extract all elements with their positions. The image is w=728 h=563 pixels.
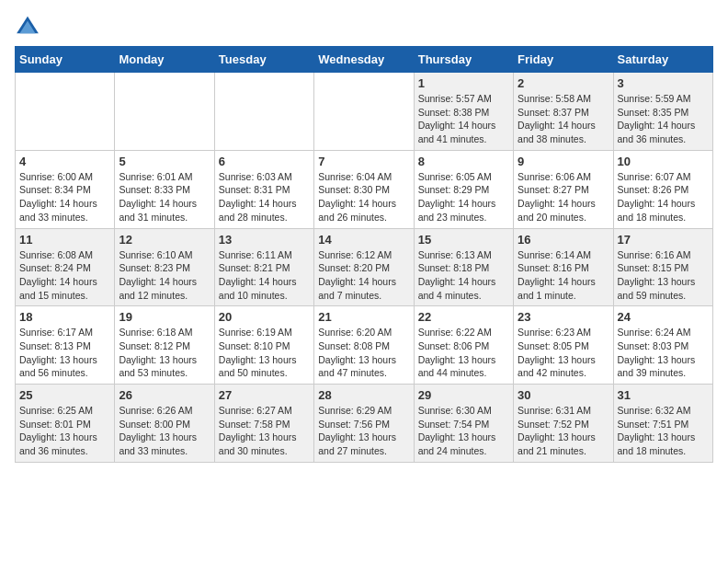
calendar-cell: 21Sunrise: 6:20 AM Sunset: 8:08 PM Dayli… bbox=[314, 306, 414, 385]
calendar-cell bbox=[16, 73, 115, 151]
day-info: Sunrise: 5:59 AM Sunset: 8:35 PM Dayligh… bbox=[618, 92, 709, 146]
day-info: Sunrise: 6:20 AM Sunset: 8:08 PM Dayligh… bbox=[318, 326, 409, 380]
day-number: 14 bbox=[318, 233, 409, 247]
day-info: Sunrise: 6:32 AM Sunset: 7:51 PM Dayligh… bbox=[618, 404, 709, 458]
day-info: Sunrise: 6:26 AM Sunset: 8:00 PM Dayligh… bbox=[119, 404, 210, 458]
day-number: 1 bbox=[418, 76, 509, 90]
day-number: 10 bbox=[618, 155, 709, 168]
day-number: 25 bbox=[19, 388, 110, 402]
calendar-cell: 27Sunrise: 6:27 AM Sunset: 7:58 PM Dayli… bbox=[214, 385, 313, 463]
weekday-header-tuesday: Tuesday bbox=[214, 47, 313, 73]
calendar-cell: 6Sunrise: 6:03 AM Sunset: 8:31 PM Daylig… bbox=[214, 150, 313, 228]
day-info: Sunrise: 6:30 AM Sunset: 7:54 PM Dayligh… bbox=[418, 404, 509, 458]
calendar-cell: 19Sunrise: 6:18 AM Sunset: 8:12 PM Dayli… bbox=[115, 306, 214, 385]
calendar-cell: 14Sunrise: 6:12 AM Sunset: 8:20 PM Dayli… bbox=[314, 228, 414, 306]
day-info: Sunrise: 6:05 AM Sunset: 8:29 PM Dayligh… bbox=[418, 170, 509, 224]
day-number: 20 bbox=[219, 310, 310, 324]
calendar-week-row: 1Sunrise: 5:57 AM Sunset: 8:38 PM Daylig… bbox=[16, 73, 713, 151]
day-number: 4 bbox=[19, 155, 110, 168]
day-info: Sunrise: 6:31 AM Sunset: 7:52 PM Dayligh… bbox=[518, 404, 609, 458]
weekday-header-saturday: Saturday bbox=[613, 47, 712, 73]
day-info: Sunrise: 5:57 AM Sunset: 8:38 PM Dayligh… bbox=[418, 92, 509, 146]
day-info: Sunrise: 6:18 AM Sunset: 8:12 PM Dayligh… bbox=[119, 326, 210, 380]
calendar-week-row: 18Sunrise: 6:17 AM Sunset: 8:13 PM Dayli… bbox=[16, 306, 713, 385]
calendar-cell: 7Sunrise: 6:04 AM Sunset: 8:30 PM Daylig… bbox=[314, 150, 414, 228]
day-info: Sunrise: 6:04 AM Sunset: 8:30 PM Dayligh… bbox=[318, 170, 409, 224]
day-info: Sunrise: 6:17 AM Sunset: 8:13 PM Dayligh… bbox=[19, 326, 110, 380]
calendar-cell: 13Sunrise: 6:11 AM Sunset: 8:21 PM Dayli… bbox=[214, 228, 313, 306]
day-number: 26 bbox=[119, 388, 210, 402]
day-info: Sunrise: 6:19 AM Sunset: 8:10 PM Dayligh… bbox=[219, 326, 310, 380]
calendar-cell: 16Sunrise: 6:14 AM Sunset: 8:16 PM Dayli… bbox=[514, 228, 613, 306]
calendar-cell: 5Sunrise: 6:01 AM Sunset: 8:33 PM Daylig… bbox=[115, 150, 214, 228]
calendar-cell: 18Sunrise: 6:17 AM Sunset: 8:13 PM Dayli… bbox=[16, 306, 115, 385]
calendar-week-row: 4Sunrise: 6:00 AM Sunset: 8:34 PM Daylig… bbox=[16, 150, 713, 228]
day-number: 24 bbox=[618, 310, 709, 324]
calendar-cell: 31Sunrise: 6:32 AM Sunset: 7:51 PM Dayli… bbox=[613, 385, 712, 463]
calendar-cell bbox=[214, 73, 313, 151]
day-info: Sunrise: 6:12 AM Sunset: 8:20 PM Dayligh… bbox=[318, 248, 409, 303]
calendar-week-row: 25Sunrise: 6:25 AM Sunset: 8:01 PM Dayli… bbox=[16, 385, 713, 463]
day-info: Sunrise: 6:16 AM Sunset: 8:15 PM Dayligh… bbox=[618, 248, 709, 303]
day-number: 18 bbox=[19, 310, 110, 324]
day-info: Sunrise: 6:25 AM Sunset: 8:01 PM Dayligh… bbox=[19, 404, 110, 458]
calendar-cell: 12Sunrise: 6:10 AM Sunset: 8:23 PM Dayli… bbox=[115, 228, 214, 306]
day-number: 16 bbox=[518, 233, 609, 247]
page-header bbox=[15, 15, 713, 35]
calendar-cell: 24Sunrise: 6:24 AM Sunset: 8:03 PM Dayli… bbox=[613, 306, 712, 385]
day-number: 28 bbox=[318, 388, 409, 402]
day-info: Sunrise: 6:01 AM Sunset: 8:33 PM Dayligh… bbox=[119, 170, 210, 224]
day-info: Sunrise: 6:27 AM Sunset: 7:58 PM Dayligh… bbox=[219, 404, 310, 458]
day-number: 23 bbox=[518, 310, 609, 324]
calendar-cell: 25Sunrise: 6:25 AM Sunset: 8:01 PM Dayli… bbox=[16, 385, 115, 463]
day-info: Sunrise: 6:10 AM Sunset: 8:23 PM Dayligh… bbox=[119, 248, 210, 303]
calendar-week-row: 11Sunrise: 6:08 AM Sunset: 8:24 PM Dayli… bbox=[16, 228, 713, 306]
day-number: 27 bbox=[219, 388, 310, 402]
day-info: Sunrise: 6:03 AM Sunset: 8:31 PM Dayligh… bbox=[219, 170, 310, 224]
day-number: 30 bbox=[518, 388, 609, 402]
day-number: 9 bbox=[518, 155, 609, 168]
day-number: 3 bbox=[618, 76, 709, 90]
day-number: 11 bbox=[19, 233, 110, 247]
weekday-header-thursday: Thursday bbox=[414, 47, 513, 73]
day-info: Sunrise: 6:11 AM Sunset: 8:21 PM Dayligh… bbox=[219, 248, 310, 303]
day-number: 7 bbox=[318, 155, 409, 168]
day-info: Sunrise: 6:06 AM Sunset: 8:27 PM Dayligh… bbox=[518, 170, 609, 224]
calendar-cell: 23Sunrise: 6:23 AM Sunset: 8:05 PM Dayli… bbox=[514, 306, 613, 385]
day-info: Sunrise: 6:08 AM Sunset: 8:24 PM Dayligh… bbox=[19, 248, 110, 303]
calendar-cell: 26Sunrise: 6:26 AM Sunset: 8:00 PM Dayli… bbox=[115, 385, 214, 463]
calendar-cell: 17Sunrise: 6:16 AM Sunset: 8:15 PM Dayli… bbox=[613, 228, 712, 306]
calendar-cell bbox=[115, 73, 214, 151]
day-info: Sunrise: 6:24 AM Sunset: 8:03 PM Dayligh… bbox=[618, 326, 709, 380]
calendar-cell bbox=[314, 73, 414, 151]
weekday-header-friday: Friday bbox=[514, 47, 613, 73]
calendar-table: SundayMondayTuesdayWednesdayThursdayFrid… bbox=[15, 46, 713, 463]
day-info: Sunrise: 6:07 AM Sunset: 8:26 PM Dayligh… bbox=[618, 170, 709, 224]
calendar-cell: 30Sunrise: 6:31 AM Sunset: 7:52 PM Dayli… bbox=[514, 385, 613, 463]
day-info: Sunrise: 5:58 AM Sunset: 8:37 PM Dayligh… bbox=[518, 92, 609, 146]
weekday-header-monday: Monday bbox=[115, 47, 214, 73]
calendar-cell: 9Sunrise: 6:06 AM Sunset: 8:27 PM Daylig… bbox=[514, 150, 613, 228]
calendar-cell: 22Sunrise: 6:22 AM Sunset: 8:06 PM Dayli… bbox=[414, 306, 513, 385]
calendar-cell: 29Sunrise: 6:30 AM Sunset: 7:54 PM Dayli… bbox=[414, 385, 513, 463]
calendar-cell: 1Sunrise: 5:57 AM Sunset: 8:38 PM Daylig… bbox=[414, 73, 513, 151]
day-number: 15 bbox=[418, 233, 509, 247]
day-info: Sunrise: 6:22 AM Sunset: 8:06 PM Dayligh… bbox=[418, 326, 509, 380]
day-info: Sunrise: 6:29 AM Sunset: 7:56 PM Dayligh… bbox=[318, 404, 409, 458]
weekday-header-row: SundayMondayTuesdayWednesdayThursdayFrid… bbox=[16, 47, 713, 73]
day-number: 13 bbox=[219, 233, 310, 247]
day-number: 6 bbox=[219, 155, 310, 168]
calendar-cell: 8Sunrise: 6:05 AM Sunset: 8:29 PM Daylig… bbox=[414, 150, 513, 228]
calendar-cell: 28Sunrise: 6:29 AM Sunset: 7:56 PM Dayli… bbox=[314, 385, 414, 463]
day-info: Sunrise: 6:14 AM Sunset: 8:16 PM Dayligh… bbox=[518, 248, 609, 303]
calendar-cell: 15Sunrise: 6:13 AM Sunset: 8:18 PM Dayli… bbox=[414, 228, 513, 306]
day-number: 12 bbox=[119, 233, 210, 247]
day-number: 19 bbox=[119, 310, 210, 324]
calendar-cell: 3Sunrise: 5:59 AM Sunset: 8:35 PM Daylig… bbox=[613, 73, 712, 151]
day-info: Sunrise: 6:13 AM Sunset: 8:18 PM Dayligh… bbox=[418, 248, 509, 303]
weekday-header-sunday: Sunday bbox=[16, 47, 115, 73]
day-info: Sunrise: 6:23 AM Sunset: 8:05 PM Dayligh… bbox=[518, 326, 609, 380]
day-number: 31 bbox=[618, 388, 709, 402]
calendar-cell: 10Sunrise: 6:07 AM Sunset: 8:26 PM Dayli… bbox=[613, 150, 712, 228]
logo bbox=[15, 15, 44, 35]
